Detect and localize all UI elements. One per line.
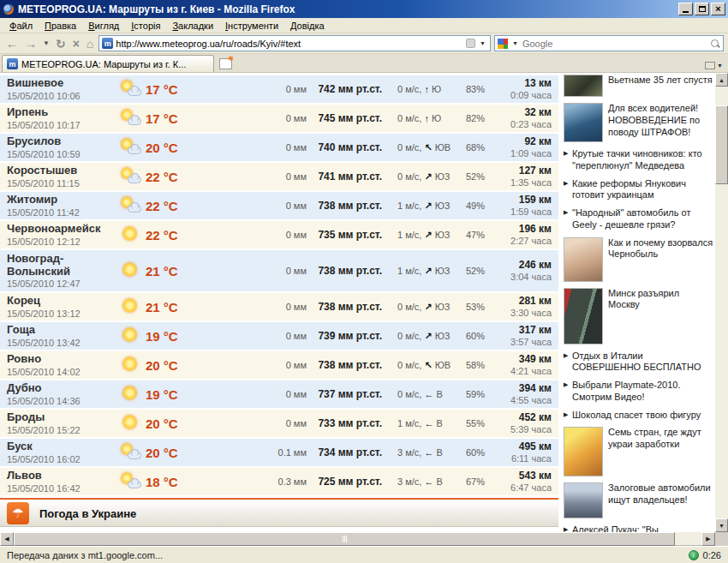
menu-item[interactable]: Закладки — [166, 19, 219, 33]
table-row: Корец 15/05/2010 13:12 21 °C 0 мм 738 мм… — [0, 293, 558, 320]
observation-datetime: 15/05/2010 13:42 — [7, 338, 120, 348]
menu-item[interactable]: Файл — [3, 19, 39, 33]
url-bar[interactable]: m ▼ — [98, 35, 491, 51]
city-link[interactable]: Червоноармейск — [7, 223, 120, 235]
reload-icon[interactable]: ↻ — [54, 38, 68, 50]
humidity: 53% — [442, 302, 485, 312]
news-headline[interactable]: Крутые тачки чиновников: кто "переплюнул… — [572, 148, 702, 171]
temperature: 22 °C — [146, 170, 214, 184]
city-link[interactable]: Вишневое — [7, 77, 120, 89]
google-logo-icon — [498, 39, 508, 49]
city-link[interactable]: Дубно — [7, 382, 120, 394]
stop-icon[interactable]: × — [71, 38, 81, 50]
menu-item[interactable]: Правка — [39, 19, 82, 33]
new-tab-icon[interactable] — [219, 58, 232, 69]
city-link[interactable]: Буск — [7, 440, 120, 452]
observation-datetime: 15/05/2010 15:22 — [7, 425, 120, 435]
scroll-right-icon[interactable]: ▶ — [701, 532, 715, 546]
city-link[interactable]: Броды — [7, 411, 120, 423]
city-link[interactable]: Гоща — [7, 324, 120, 336]
precipitation: 0.3 мм — [214, 476, 307, 487]
table-row: Коростышев 15/05/2010 11:15 22 °C 0 мм 7… — [0, 163, 558, 190]
status-bar: Передача даних з mt1.google.com... ↓ 0:2… — [0, 546, 728, 563]
search-input[interactable] — [522, 39, 707, 49]
table-row: Ирпень 15/05/2010 10:17 17 °C 0 мм 745 м… — [0, 105, 558, 132]
back-icon[interactable]: ← — [4, 38, 20, 50]
minimize-button[interactable] — [678, 3, 693, 15]
news-item[interactable]: Какие реформы Янукович готовит украинцам — [564, 178, 713, 202]
news-item[interactable]: Семь стран, где ждут украи заработки — [564, 427, 713, 476]
vertical-scrollbar-thumb[interactable] — [715, 105, 728, 184]
scroll-up-icon[interactable]: ▲ — [715, 73, 728, 87]
precipitation: 0 мм — [214, 84, 307, 94]
news-headline[interactable]: Семь стран, где ждут украи заработки — [608, 427, 713, 476]
table-row: Дубно 15/05/2010 14:36 19 °C 0 мм 737 мм… — [0, 380, 558, 408]
news-item[interactable]: Алексей Пукач: "Вы ужаснетесь..." — [564, 524, 713, 532]
horizontal-scrollbar-thumb[interactable] — [14, 532, 675, 546]
menu-item[interactable]: Історія — [125, 19, 166, 33]
observation-datetime: 15/05/2010 16:02 — [7, 454, 120, 464]
news-item[interactable]: Для всех водителей! НОВОВВЕДЕНИЕ по пово… — [564, 103, 713, 142]
news-headline[interactable]: Как и почему взорвался Чернобыль — [608, 237, 713, 282]
weather-icon — [120, 225, 142, 243]
home-icon[interactable]: ⌂ — [85, 38, 95, 50]
tab-meteoprog[interactable]: m METEOPROG.UA: Маршруты из г. К... — [2, 55, 214, 72]
weather-icon — [120, 356, 142, 373]
news-headline[interactable]: Какие реформы Янукович готовит украинцам — [572, 178, 686, 201]
city-link[interactable]: Ирпень — [7, 106, 120, 118]
news-sidebar: Вьетнаме 35 лет спустя Для всех водителе… — [558, 73, 715, 532]
search-icon[interactable] — [710, 39, 720, 49]
news-headline[interactable]: Вьетнаме 35 лет спустя — [608, 75, 713, 97]
news-headline[interactable]: Минск разъярил Москву — [608, 288, 713, 344]
news-item[interactable]: Шоколад спасет твою фигуру — [564, 410, 713, 422]
feed-icon[interactable] — [466, 39, 475, 48]
humidity: 49% — [442, 201, 485, 211]
news-item[interactable]: Отдых в Италии СОВЕРШЕННО БЕСПЛАТНО — [564, 350, 713, 374]
city-link[interactable]: Новоград-Волынский — [7, 253, 120, 278]
close-button[interactable]: × — [711, 3, 725, 15]
pressure: 725 мм рт.ст. — [307, 476, 382, 488]
tab-list-icon[interactable]: ▼ — [701, 62, 726, 69]
menu-item[interactable]: Інструменти — [219, 19, 284, 33]
news-headline[interactable]: Шоколад спасет твою фигуру — [572, 410, 701, 420]
news-item[interactable]: Минск разъярил Москву — [564, 288, 713, 344]
horizontal-scrollbar[interactable]: ◀ ▶ — [0, 532, 728, 546]
news-headline[interactable]: "Народный" автомобиль от Geely - дешевле… — [572, 207, 690, 230]
news-item[interactable]: Выбрали Playmate-2010. Смотрим Видео! — [564, 380, 713, 404]
restore-button[interactable] — [695, 3, 709, 15]
history-dropdown-icon[interactable]: ▼ — [42, 39, 51, 47]
pressure: 733 мм рт.ст. — [307, 417, 382, 429]
news-item[interactable]: "Народный" автомобиль от Geely - дешевле… — [564, 207, 713, 231]
news-headline[interactable]: Выбрали Playmate-2010. Смотрим Видео! — [572, 380, 680, 402]
city-link[interactable]: Житомир — [7, 194, 120, 206]
forward-icon[interactable]: → — [23, 38, 39, 50]
news-item[interactable]: Вьетнаме 35 лет спустя — [564, 75, 713, 97]
scroll-left-icon[interactable]: ◀ — [0, 532, 14, 546]
city-link[interactable]: Корец — [7, 295, 120, 307]
city-link[interactable]: Брусилов — [7, 135, 120, 147]
url-dropdown-icon[interactable]: ▼ — [478, 40, 487, 46]
search-engine-dropdown-icon[interactable]: ▼ — [510, 40, 520, 46]
menu-item[interactable]: Вигляд — [82, 19, 125, 33]
city-link[interactable]: Ровно — [7, 353, 120, 365]
news-headline[interactable]: Для всех водителей! НОВОВВЕДЕНИЕ по пово… — [608, 103, 713, 142]
news-headline[interactable]: Залоговые автомобили ищут владельцев! — [608, 482, 713, 518]
news-item[interactable]: Залоговые автомобили ищут владельцев! — [564, 482, 713, 518]
download-status-icon[interactable]: ↓ — [689, 550, 699, 560]
url-input[interactable] — [116, 39, 463, 49]
news-item[interactable]: Как и почему взорвался Чернобыль — [564, 237, 713, 282]
search-bar[interactable]: ▼ — [494, 35, 724, 51]
city-link[interactable]: Коростышев — [7, 165, 120, 177]
distance: 452 км — [485, 412, 552, 424]
table-row: Буск 15/05/2010 16:02 20 °C 0.1 мм 734 м… — [0, 439, 558, 466]
news-headline[interactable]: Алексей Пукач: "Вы ужаснетесь..." — [572, 524, 659, 532]
vietnam-photo — [564, 75, 603, 97]
scroll-down-icon[interactable]: ▼ — [715, 518, 728, 532]
wind: 1 м/с, ↗ ЮЗ — [382, 201, 442, 212]
menu-item[interactable]: Довідка — [284, 19, 331, 33]
pressure: 737 мм рт.ст. — [307, 388, 382, 400]
vertical-scrollbar[interactable]: ▲ ▼ — [715, 73, 728, 532]
news-item[interactable]: Крутые тачки чиновников: кто "переплюнул… — [564, 148, 713, 172]
city-link[interactable]: Львов — [7, 470, 120, 482]
news-headline[interactable]: Отдых в Италии СОВЕРШЕННО БЕСПЛАТНО — [572, 350, 701, 373]
